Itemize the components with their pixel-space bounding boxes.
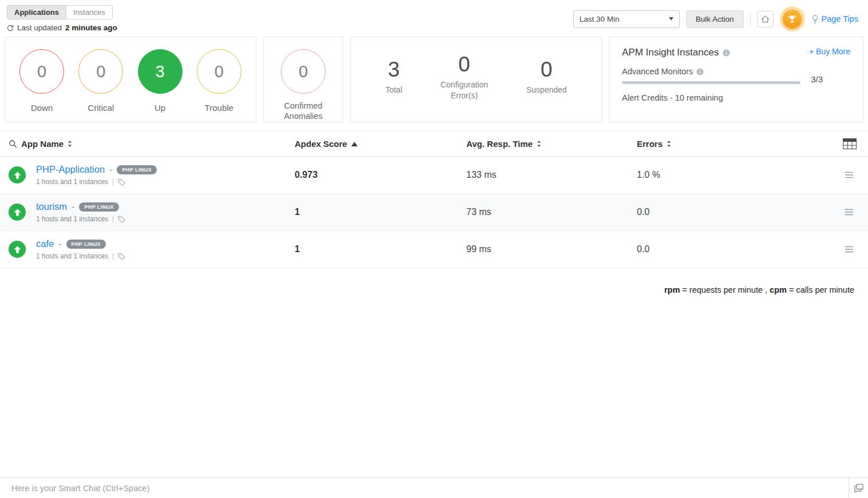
app-name-link[interactable]: tourism (36, 201, 67, 212)
platform-badge: PHP LINUX (117, 165, 156, 174)
sort-icon[interactable] (667, 140, 671, 148)
status-summary-card: 0 Down 0 Critical 3 Up 0 Trouble (5, 37, 256, 122)
app-name-link[interactable]: PHP-Application (36, 164, 105, 175)
advanced-monitors-progress (622, 81, 800, 84)
hosts-instances-text: 1 hosts and 1 instances (36, 215, 108, 223)
total-value: 3 (388, 58, 400, 82)
configuration-errors-label: Configuration Error(s) (431, 79, 497, 100)
home-icon (761, 15, 770, 23)
suspended-label: Suspended (526, 85, 567, 95)
pipe-separator: | (112, 178, 114, 186)
search-icon[interactable] (9, 140, 17, 148)
pipe-separator: | (112, 215, 114, 223)
page-tips-label: Page Tips (822, 14, 859, 23)
advanced-monitors-label: Advanced Monitors (622, 67, 693, 76)
monitors-quota: 3/3 (811, 74, 823, 84)
apm-insight-title: APM Insight Instances (622, 47, 719, 58)
status-up-icon (9, 204, 26, 221)
apdex-score-value: 1 (289, 244, 461, 254)
col-app-name[interactable]: App Name (21, 139, 64, 149)
status-up-label: Up (154, 103, 165, 113)
status-up-icon (9, 166, 26, 184)
configuration-errors[interactable]: 0 Configuration Error(s) (431, 53, 497, 100)
chat-toggle-button[interactable] (849, 478, 868, 498)
confirmed-anomalies[interactable]: 0 Confirmed Anomalies (275, 49, 332, 122)
home-button[interactable] (757, 11, 774, 27)
column-settings-icon[interactable] (843, 138, 857, 149)
chat-icon (854, 484, 863, 492)
totals-card: 3 Total 0 Configuration Error(s) 0 Suspe… (350, 37, 602, 122)
tab-instances[interactable]: Instances (66, 6, 112, 19)
total-count[interactable]: 3 Total (385, 58, 402, 95)
lightbulb-icon (811, 14, 819, 24)
time-range-value: Last 30 Min (580, 15, 620, 23)
status-up[interactable]: 3 Up (138, 49, 183, 122)
cpm-definition: = calls per minute (789, 285, 854, 294)
sort-asc-icon[interactable] (351, 142, 358, 146)
last-updated: Last updated 2 minutes ago (7, 23, 117, 32)
app-name-link[interactable]: cafe (36, 238, 54, 249)
apdex-score-value: 0.973 (289, 170, 461, 180)
info-icon[interactable] (696, 68, 704, 75)
row-menu-icon[interactable] (845, 209, 854, 216)
apm-insight-card: APM Insight Instances + Buy More Advance… (609, 37, 863, 122)
app-identity: tourism - PHP LINUX 1 hosts and 1 instan… (36, 201, 125, 223)
suspended-count[interactable]: 0 Suspended (526, 58, 567, 95)
status-critical-count: 0 (78, 49, 123, 94)
applications-table: App Name Apdex Score Avg. Resp. Time Err… (0, 131, 868, 294)
app-identity: cafe - PHP LINUX 1 hosts and 1 instances… (36, 238, 125, 260)
tab-applications[interactable]: Applications (7, 6, 66, 19)
table-row: cafe - PHP LINUX 1 hosts and 1 instances… (0, 231, 868, 268)
page-tips-link[interactable]: Page Tips (811, 14, 859, 24)
separator: - (72, 202, 74, 212)
anomalies-label: Confirmed Anomalies (275, 101, 332, 121)
status-down-label: Down (31, 103, 53, 113)
progress-fill (622, 81, 800, 84)
tag-icon[interactable] (118, 253, 125, 260)
buy-more-link[interactable]: + Buy More (809, 47, 850, 56)
configuration-errors-value: 0 (458, 53, 470, 77)
smart-chat-input[interactable] (0, 478, 849, 498)
anomalies-card: 0 Confirmed Anomalies (263, 37, 343, 122)
status-trouble[interactable]: 0 Trouble (197, 49, 241, 122)
status-down[interactable]: 0 Down (19, 49, 64, 122)
resp-time-value: 99 ms (461, 244, 631, 254)
tag-icon[interactable] (118, 178, 125, 186)
status-trouble-count: 0 (197, 49, 241, 94)
rpm-term: rpm (664, 285, 680, 294)
pipe-separator: | (112, 252, 114, 260)
col-apdex-score[interactable]: Apdex Score (295, 139, 347, 149)
col-errors[interactable]: Errors (637, 139, 663, 149)
row-menu-icon[interactable] (845, 246, 854, 253)
platform-badge: PHP LINUX (79, 202, 118, 212)
alert-credits: Alert Credits - 10 remaining (622, 93, 850, 102)
errors-value: 0.0 (631, 244, 828, 254)
row-menu-icon[interactable] (845, 172, 854, 178)
table-header: App Name Apdex Score Avg. Resp. Time Err… (0, 131, 868, 157)
topbar-right: Last 30 Min Bulk Action Page Tips (573, 6, 858, 31)
refresh-icon[interactable] (7, 25, 14, 31)
divider (750, 11, 751, 26)
hosts-instances-text: 1 hosts and 1 instances (36, 178, 108, 186)
status-trouble-label: Trouble (205, 103, 233, 113)
topbar-left: Applications Instances Last updated 2 mi… (7, 5, 117, 32)
resp-time-value: 133 ms (461, 170, 631, 180)
tag-icon[interactable] (118, 216, 125, 223)
trophy-icon (783, 10, 802, 29)
sort-icon[interactable] (537, 140, 541, 148)
status-critical[interactable]: 0 Critical (78, 49, 123, 122)
status-down-count: 0 (19, 49, 64, 94)
total-label: Total (385, 85, 402, 95)
col-resp-time[interactable]: Avg. Resp. Time (466, 139, 533, 149)
sort-icon[interactable] (68, 140, 72, 148)
bulk-action-button[interactable]: Bulk Action (686, 10, 744, 28)
separator: - (58, 239, 61, 249)
smart-chat-bar (0, 477, 868, 498)
status-up-count: 3 (138, 49, 183, 94)
info-icon[interactable] (723, 49, 730, 57)
time-range-select[interactable]: Last 30 Min (573, 10, 680, 28)
last-updated-value: 2 minutes ago (65, 23, 117, 32)
anomalies-count: 0 (281, 49, 326, 94)
separator: - (109, 165, 112, 175)
rewards-button[interactable] (780, 6, 805, 31)
